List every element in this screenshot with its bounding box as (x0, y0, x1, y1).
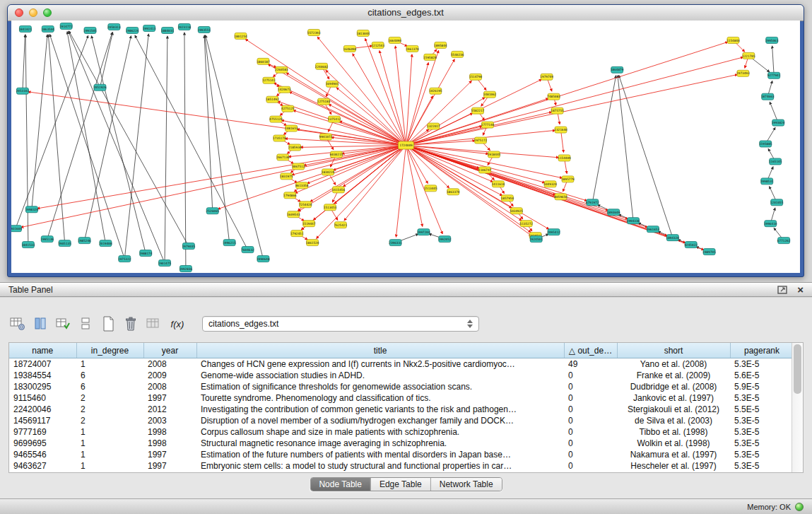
graph-node[interactable]: 1979749 (540, 74, 553, 80)
graph-node[interactable]: 1863504 (42, 25, 55, 32)
graph-node[interactable]: 2051926 (93, 84, 107, 90)
graph-node[interactable]: 2053102 (16, 88, 30, 94)
graph-node[interactable]: 6771202 (777, 238, 791, 244)
graph-node[interactable]: 1875755 (551, 107, 564, 114)
graph-node[interactable]: 1894320 (666, 235, 680, 241)
table-row[interactable]: 1830029562008Estimation of significance … (9, 381, 792, 392)
graph-node[interactable]: 1990648 (257, 256, 270, 262)
graph-node[interactable]: 1973493 (736, 70, 750, 76)
graph-node[interactable]: 1321640 (554, 127, 567, 133)
graph-node[interactable]: 1420673 (278, 86, 291, 93)
graph-node[interactable]: 2240682 (315, 63, 329, 69)
graph-node[interactable]: 1961653 (647, 226, 660, 233)
graph-node[interactable]: 1857950 (501, 195, 514, 201)
graph-node[interactable]: 1595885 (759, 141, 772, 147)
graph-node[interactable]: 1975172 (474, 137, 488, 144)
graph-node[interactable]: 1895779 (561, 176, 575, 182)
graph-node[interactable]: 1841533 (22, 242, 35, 248)
graph-node[interactable]: 1792451 (290, 230, 304, 237)
graph-node[interactable]: 1201055 (770, 199, 784, 206)
graph-node[interactable]: 1212543 (371, 42, 384, 48)
graph-node[interactable]: 6791972 (586, 199, 599, 206)
graph-node[interactable]: 1724009 (399, 141, 414, 149)
graph-node[interactable]: 1864879 (611, 66, 624, 73)
graph-node[interactable]: 5582217 (471, 107, 485, 114)
graph-node[interactable]: 8059650 (554, 194, 567, 200)
graph-node[interactable]: 1979035 (182, 243, 196, 250)
show-columns-icon[interactable] (31, 315, 49, 333)
float-panel-icon[interactable] (777, 286, 787, 294)
graph-node[interactable]: 1375412 (328, 116, 341, 122)
network-window[interactable]: citations_edges.txt 18410211863504191477… (7, 4, 804, 277)
column-header-name[interactable]: name (9, 343, 76, 358)
import-table-icon[interactable] (144, 315, 163, 333)
graph-node[interactable]: 1830224 (322, 169, 335, 175)
graph-node[interactable]: 2023118 (178, 23, 192, 30)
graph-node[interactable]: 1991505 (83, 27, 97, 33)
graph-node[interactable]: 1595828 (423, 54, 437, 60)
window-titlebar[interactable]: citations_edges.txt (8, 5, 804, 21)
tab-edge-table[interactable]: Edge Table (371, 478, 431, 491)
graph-node[interactable]: 1996410 (764, 221, 777, 227)
graph-node[interactable]: 1991413 (143, 25, 156, 31)
graph-node[interactable]: 1989705 (702, 249, 716, 255)
graph-node[interactable]: 1985246 (78, 238, 91, 244)
graph-node[interactable]: 1992836 (180, 266, 193, 272)
graph-node[interactable]: 1513445 (424, 185, 437, 192)
function-builder-icon[interactable]: f(x) (167, 315, 188, 333)
graph-node[interactable]: 1154840 (726, 37, 740, 43)
graph-node[interactable]: 1994336 (627, 218, 640, 224)
graph-node[interactable]: 7625421 (334, 222, 348, 228)
graph-node[interactable]: 1154409 (558, 155, 571, 161)
table-header-row[interactable]: namein_degreeyeartitle△ out_de…shortpage… (9, 343, 792, 358)
graph-node[interactable]: 7254420 (299, 201, 312, 208)
graph-node[interactable]: 1993820 (772, 119, 785, 126)
graph-node[interactable]: 9245022 (684, 242, 698, 248)
graph-node[interactable]: 1851492 (266, 96, 279, 103)
graph-node[interactable]: 5905135 (58, 240, 71, 247)
graph-node[interactable]: 1986224 (126, 27, 139, 33)
graph-node[interactable]: 1221705 (742, 52, 755, 59)
table-panel-header[interactable]: Table Panel × (0, 282, 812, 297)
scrollbar-thumb[interactable] (794, 344, 801, 394)
table-settings-icon[interactable] (8, 315, 27, 333)
column-header-title[interactable]: title (196, 343, 564, 358)
graph-node[interactable]: 1514790 (469, 74, 483, 80)
column-header-pagerank[interactable]: pagerank (730, 343, 792, 358)
vertical-scrollbar[interactable] (792, 343, 803, 472)
tab-node-table[interactable]: Node Table (310, 478, 371, 491)
graph-node[interactable]: 1863370 (447, 189, 460, 195)
graph-node[interactable]: 5540236 (451, 51, 464, 57)
graph-node[interactable]: 1694901 (326, 81, 339, 87)
graph-node[interactable]: 1893649 (607, 209, 620, 216)
graph-node[interactable]: 1664090 (388, 37, 401, 43)
graph-node[interactable]: 1996215 (223, 240, 236, 246)
graph-node[interactable]: 1998531 (760, 178, 774, 185)
graph-node[interactable]: 1975322 (118, 256, 131, 262)
graph-node[interactable]: 1914772 (59, 23, 73, 29)
graph-node[interactable]: 1411610 (492, 181, 505, 187)
table-row[interactable]: 946554611997Estimation of the future num… (9, 449, 792, 460)
graph-node[interactable]: 1165145 (769, 158, 782, 165)
graph-node[interactable]: 1026195 (429, 88, 442, 94)
column-header-in_degree[interactable]: in_degree (76, 343, 143, 358)
column-header-year[interactable]: year (143, 343, 196, 358)
memory-indicator[interactable] (795, 503, 804, 511)
show-rows-icon[interactable] (76, 315, 95, 333)
graph-node[interactable]: 3067512 (292, 163, 305, 170)
graph-node[interactable]: 1735174 (273, 135, 286, 141)
graph-node[interactable]: 6030215 (330, 151, 343, 158)
table-row[interactable]: 946362711997Embryonic stem cells: a mode… (9, 460, 792, 472)
delete-icon[interactable] (122, 315, 140, 333)
graph-node[interactable]: 1777140 (481, 122, 495, 128)
graph-node[interactable]: 1481062 (483, 91, 497, 98)
graph-node[interactable]: 1993551 (198, 26, 211, 33)
graph-node[interactable]: 2526065 (206, 208, 220, 214)
graph-node[interactable]: 7604632 (241, 247, 254, 253)
graph-node[interactable]: 2019408 (99, 240, 112, 247)
graph-node[interactable]: 9277941 (767, 72, 781, 78)
graph-node[interactable]: 1841021 (19, 25, 33, 32)
column-header-out_degree[interactable]: △ out_de… (564, 343, 617, 358)
table-select[interactable]: citations_edges.txt (202, 316, 479, 332)
graph-node[interactable]: 5034925 (510, 208, 524, 214)
